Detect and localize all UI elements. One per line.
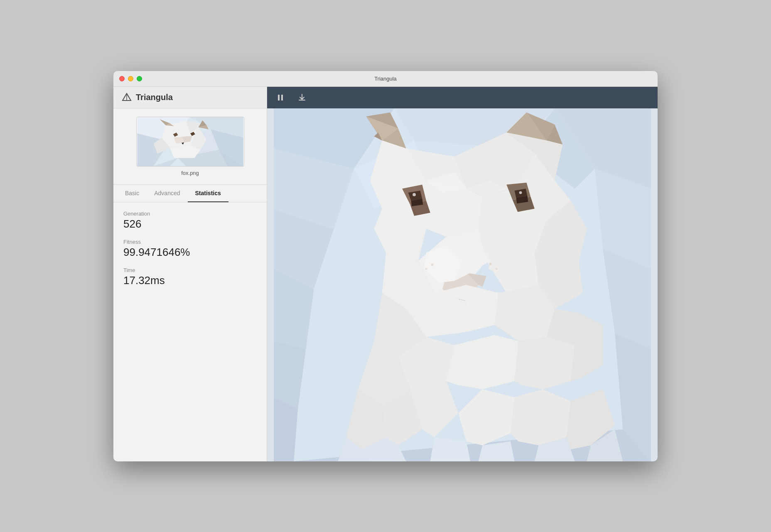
svg-point-112 bbox=[425, 267, 427, 270]
svg-point-113 bbox=[489, 262, 492, 265]
close-button[interactable] bbox=[119, 76, 125, 81]
generation-value: 526 bbox=[123, 218, 257, 230]
stats-panel: Generation 526 Fitness 99.9471646% Time … bbox=[113, 202, 267, 295]
svg-point-76 bbox=[519, 191, 522, 194]
svg-line-4 bbox=[127, 93, 131, 101]
pause-icon bbox=[277, 94, 284, 101]
sidebar: Triangula bbox=[113, 87, 267, 461]
tab-basic[interactable]: Basic bbox=[118, 185, 147, 202]
svg-marker-94 bbox=[515, 337, 575, 389]
svg-marker-100 bbox=[511, 389, 571, 445]
sidebar-header: Triangula bbox=[113, 87, 267, 108]
tabs-container: Basic Advanced Statistics bbox=[113, 185, 267, 202]
svg-point-111 bbox=[431, 263, 434, 266]
app-title: Triangula bbox=[136, 93, 173, 102]
image-filename: fox.png bbox=[181, 170, 199, 176]
traffic-lights bbox=[119, 76, 142, 81]
canvas-area bbox=[267, 108, 658, 461]
svg-rect-28 bbox=[278, 95, 280, 101]
tab-statistics[interactable]: Statistics bbox=[188, 185, 228, 202]
generation-label: Generation bbox=[123, 211, 257, 217]
time-label: Time bbox=[123, 267, 257, 273]
app-window: Triangula Triangula bbox=[113, 71, 658, 461]
image-preview-container bbox=[136, 117, 244, 167]
fox-thumbnail-image bbox=[137, 117, 244, 166]
svg-point-75 bbox=[413, 193, 416, 196]
fitness-value: 99.9471646% bbox=[123, 246, 257, 259]
right-panel bbox=[267, 87, 658, 461]
stat-time: Time 17.32ms bbox=[123, 267, 257, 287]
download-button[interactable] bbox=[295, 91, 309, 104]
fitness-label: Fitness bbox=[123, 239, 257, 245]
titlebar: Triangula bbox=[113, 71, 658, 87]
image-preview-area: fox.png bbox=[113, 108, 267, 185]
app-logo-icon bbox=[122, 92, 132, 102]
svg-line-3 bbox=[123, 93, 127, 101]
pause-button[interactable] bbox=[274, 91, 287, 104]
stat-fitness: Fitness 99.9471646% bbox=[123, 239, 257, 259]
maximize-button[interactable] bbox=[137, 76, 142, 81]
stat-generation: Generation 526 bbox=[123, 211, 257, 230]
time-value: 17.32ms bbox=[123, 274, 257, 287]
main-content: Triangula bbox=[113, 87, 658, 461]
window-title: Triangula bbox=[374, 76, 397, 82]
svg-point-114 bbox=[496, 267, 498, 270]
toolbar bbox=[267, 87, 658, 108]
svg-rect-29 bbox=[281, 95, 283, 101]
download-icon bbox=[298, 93, 306, 102]
fox-canvas-image bbox=[267, 108, 658, 461]
minimize-button[interactable] bbox=[128, 76, 133, 81]
tab-advanced[interactable]: Advanced bbox=[147, 185, 187, 202]
